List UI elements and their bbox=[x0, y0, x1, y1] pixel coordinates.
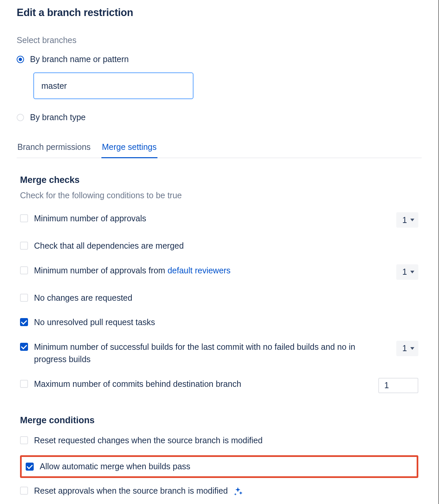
check-dependencies[interactable]: Check that all dependencies are merged bbox=[20, 236, 418, 261]
select-branches-label: Select branches bbox=[17, 35, 422, 45]
merge-checks-description: Check for the following conditions to be… bbox=[20, 191, 418, 200]
chevron-down-icon bbox=[410, 271, 414, 273]
merge-checks-heading: Merge checks bbox=[20, 175, 418, 185]
check-max-commits-behind-label: Maximum number of commits behind destina… bbox=[34, 378, 368, 391]
merge-conditions-heading: Merge conditions bbox=[20, 415, 418, 426]
min-default-reviewers-select[interactable]: 1 bbox=[396, 264, 418, 280]
tabs: Branch permissions Merge settings bbox=[17, 142, 422, 158]
checkbox-icon bbox=[20, 436, 28, 444]
check-allow-auto-merge-label: Allow automatic merge when builds pass bbox=[40, 460, 413, 473]
radio-by-name[interactable]: By branch name or pattern bbox=[17, 54, 422, 64]
select-value: 1 bbox=[402, 267, 407, 277]
check-dependencies-label: Check that all dependencies are merged bbox=[34, 240, 418, 252]
checkbox-icon bbox=[20, 380, 28, 388]
highlight-allow-auto-merge: Allow automatic merge when builds pass bbox=[20, 455, 418, 478]
check-reset-requested[interactable]: Reset requested changes when the source … bbox=[20, 431, 418, 456]
branch-name-input-wrapper[interactable] bbox=[33, 72, 193, 99]
checkbox-icon bbox=[20, 318, 28, 326]
default-reviewers-link[interactable]: default reviewers bbox=[167, 266, 231, 275]
checkbox-icon bbox=[20, 294, 28, 302]
check-min-builds[interactable]: Minimum number of successful builds for … bbox=[20, 337, 418, 374]
check-min-approvals-label: Minimum number of approvals bbox=[34, 212, 386, 225]
min-approvals-select[interactable]: 1 bbox=[396, 212, 418, 228]
branch-name-input[interactable] bbox=[41, 81, 185, 91]
max-commits-behind-input[interactable]: 1 bbox=[378, 378, 418, 393]
checkbox-icon bbox=[20, 266, 28, 274]
min-builds-select[interactable]: 1 bbox=[396, 341, 418, 356]
check-max-commits-behind[interactable]: Maximum number of commits behind destina… bbox=[20, 374, 418, 402]
checkbox-icon bbox=[20, 242, 28, 250]
radio-by-type[interactable]: By branch type bbox=[17, 112, 422, 122]
radio-by-type-label: By branch type bbox=[30, 112, 86, 122]
check-min-default-reviewers[interactable]: Minimum number of approvals from default… bbox=[20, 261, 418, 288]
check-no-changes-label: No changes are requested bbox=[34, 292, 418, 304]
page-title: Edit a branch restriction bbox=[17, 7, 422, 19]
check-no-unresolved-label: No unresolved pull request tasks bbox=[34, 316, 418, 329]
check-min-default-reviewers-label: Minimum number of approvals from default… bbox=[34, 264, 386, 277]
check-reset-requested-label: Reset requested changes when the source … bbox=[34, 434, 418, 447]
check-no-changes[interactable]: No changes are requested bbox=[20, 288, 418, 313]
radio-by-name-label: By branch name or pattern bbox=[30, 54, 129, 64]
check-reset-approvals[interactable]: Reset approvals when the source branch i… bbox=[20, 481, 418, 497]
select-value: 1 bbox=[402, 215, 407, 225]
check-reset-approvals-label: Reset approvals when the source branch i… bbox=[34, 485, 418, 497]
chevron-down-icon bbox=[410, 219, 414, 221]
tab-branch-permissions[interactable]: Branch permissions bbox=[17, 142, 91, 158]
check-no-unresolved[interactable]: No unresolved pull request tasks bbox=[20, 313, 418, 337]
checkbox-icon bbox=[26, 463, 34, 471]
sparkle-icon bbox=[233, 486, 243, 496]
checkbox-icon bbox=[20, 343, 28, 351]
checkbox-icon bbox=[20, 487, 28, 495]
check-min-builds-label: Minimum number of successful builds for … bbox=[34, 341, 386, 366]
checkbox-icon bbox=[20, 214, 28, 222]
radio-icon bbox=[17, 114, 24, 121]
tab-merge-settings[interactable]: Merge settings bbox=[101, 142, 157, 158]
radio-icon bbox=[17, 56, 24, 63]
select-value: 1 bbox=[402, 343, 407, 353]
chevron-down-icon bbox=[410, 347, 414, 350]
check-min-approvals[interactable]: Minimum number of approvals 1 bbox=[20, 209, 418, 236]
